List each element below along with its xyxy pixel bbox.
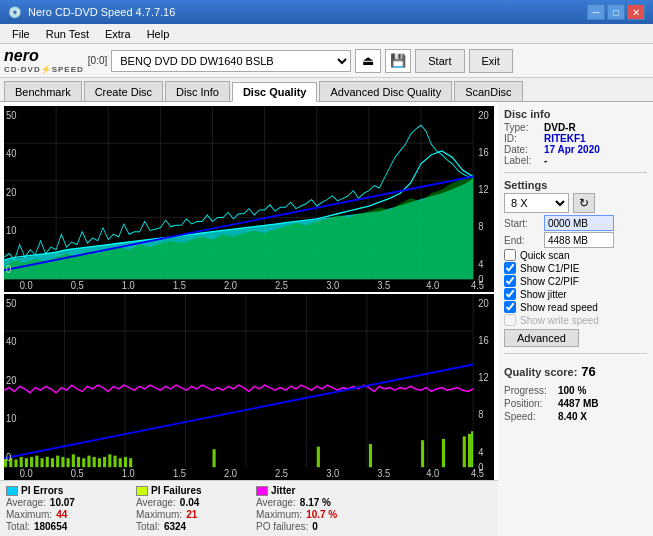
save-button[interactable]: 💾: [385, 49, 411, 73]
progress-value: 100 %: [558, 385, 586, 396]
legend-box-pie: [6, 486, 18, 496]
svg-text:20: 20: [478, 108, 489, 121]
svg-rect-65: [103, 457, 106, 467]
show-read-speed-label: Show read speed: [520, 302, 598, 313]
svg-rect-54: [46, 457, 49, 467]
svg-text:50: 50: [6, 296, 17, 309]
show-c1-pie-label: Show C1/PIE: [520, 263, 579, 274]
svg-text:3.0: 3.0: [326, 278, 339, 291]
quick-scan-checkbox[interactable]: [504, 249, 516, 261]
svg-rect-62: [87, 456, 90, 468]
advanced-button[interactable]: Advanced: [504, 329, 579, 347]
start-button[interactable]: Start: [415, 49, 464, 73]
svg-text:16: 16: [478, 333, 489, 346]
disc-info-section: Disc info Type: DVD-R ID: RITEKF1 Date: …: [504, 108, 647, 166]
close-button[interactable]: ✕: [627, 4, 645, 20]
tab-disc-quality[interactable]: Disc Quality: [232, 82, 318, 102]
svg-rect-52: [35, 456, 38, 468]
menu-help[interactable]: Help: [139, 26, 178, 42]
svg-text:1.5: 1.5: [173, 466, 186, 479]
svg-rect-67: [113, 456, 116, 468]
id-value: RITEKF1: [544, 133, 586, 144]
svg-text:1.0: 1.0: [122, 278, 135, 291]
svg-rect-76: [463, 436, 466, 467]
drive-select[interactable]: BENQ DVD DD DW1640 BSLB: [111, 50, 351, 72]
show-jitter-row: Show jitter: [504, 288, 647, 300]
show-read-speed-row: Show read speed: [504, 301, 647, 313]
settings-section: Settings 8 X ↻ Start: End: Quick scan: [504, 179, 647, 347]
legend-box-jitter: [256, 486, 268, 496]
type-value: DVD-R: [544, 122, 576, 133]
tab-advanced-disc-quality[interactable]: Advanced Disc Quality: [319, 81, 452, 101]
svg-text:40: 40: [6, 146, 17, 159]
window-controls: ─ □ ✕: [587, 4, 645, 20]
title-text: Nero CD-DVD Speed 4.7.7.16: [28, 6, 175, 18]
app-icon: 💿: [8, 6, 22, 19]
svg-rect-48: [14, 459, 17, 467]
start-mb-label: Start:: [504, 218, 540, 229]
svg-rect-56: [56, 456, 59, 468]
speed-select[interactable]: 8 X: [504, 193, 569, 213]
menu-file[interactable]: File: [4, 26, 38, 42]
svg-text:40: 40: [6, 334, 17, 347]
svg-text:2.5: 2.5: [275, 278, 288, 291]
show-c1-pie-checkbox[interactable]: [504, 262, 516, 274]
progress-label: Progress:: [504, 385, 554, 396]
svg-text:50: 50: [6, 108, 17, 121]
label-label: Label:: [504, 155, 540, 166]
stats-bar: PI Errors Average: 10.07 Maximum: 44 Tot…: [0, 480, 498, 536]
svg-rect-58: [67, 458, 70, 467]
svg-rect-59: [72, 454, 75, 467]
tab-benchmark[interactable]: Benchmark: [4, 81, 82, 101]
svg-text:12: 12: [478, 182, 489, 195]
svg-rect-74: [421, 440, 424, 467]
svg-text:12: 12: [478, 370, 489, 383]
menu-extra[interactable]: Extra: [97, 26, 139, 42]
legend-pi-errors: PI Errors: [6, 485, 111, 496]
tab-disc-info[interactable]: Disc Info: [165, 81, 230, 101]
show-read-speed-checkbox[interactable]: [504, 301, 516, 313]
refresh-button[interactable]: ↻: [573, 193, 595, 213]
svg-text:20: 20: [6, 185, 17, 198]
settings-title: Settings: [504, 179, 647, 191]
show-jitter-checkbox[interactable]: [504, 288, 516, 300]
menu-run-test[interactable]: Run Test: [38, 26, 97, 42]
legend-pi-failures: PI Failures: [136, 485, 231, 496]
speed-label: Speed:: [504, 411, 554, 422]
svg-text:0.5: 0.5: [71, 278, 84, 291]
minimize-button[interactable]: ─: [587, 4, 605, 20]
start-mb-row: Start:: [504, 215, 647, 231]
tab-scan-disc[interactable]: ScanDisc: [454, 81, 522, 101]
svg-rect-63: [93, 457, 96, 467]
chart-pif: 50 40 20 10 0 20 16 12 8 4 0 0.0 0.5: [4, 294, 494, 480]
svg-rect-75: [442, 439, 445, 467]
show-c2-pif-row: Show C2/PIF: [504, 275, 647, 287]
title-bar: 💿 Nero CD-DVD Speed 4.7.7.16 ─ □ ✕: [0, 0, 653, 24]
end-mb-input[interactable]: [544, 232, 614, 248]
disc-date-row: Date: 17 Apr 2020: [504, 144, 647, 155]
main-content: 50 40 20 10 0 20 16 12 8 4 0 0.0 0.5: [0, 102, 653, 536]
svg-rect-73: [369, 444, 372, 467]
divider-2: [504, 353, 647, 354]
exit-button[interactable]: Exit: [469, 49, 513, 73]
disc-label-row: Label: -: [504, 155, 647, 166]
progress-section: Progress: 100 % Position: 4487 MB Speed:…: [504, 385, 647, 424]
right-panel: Disc info Type: DVD-R ID: RITEKF1 Date: …: [498, 102, 653, 536]
svg-text:16: 16: [478, 145, 489, 158]
show-write-speed-label: Show write speed: [520, 315, 599, 326]
svg-text:3.5: 3.5: [377, 466, 390, 479]
menu-bar: File Run Test Extra Help: [0, 24, 653, 44]
tab-create-disc[interactable]: Create Disc: [84, 81, 163, 101]
show-c2-pif-checkbox[interactable]: [504, 275, 516, 287]
start-mb-input[interactable]: [544, 215, 614, 231]
svg-rect-36: [4, 294, 494, 480]
chart-pie: 50 40 20 10 0 20 16 12 8 4 0 0.0 0.5: [4, 106, 494, 292]
svg-rect-72: [317, 447, 320, 468]
speed-row: 8 X ↻: [504, 193, 647, 213]
maximize-button[interactable]: □: [607, 4, 625, 20]
disc-info-title: Disc info: [504, 108, 647, 120]
legend-box-pif: [136, 486, 148, 496]
svg-text:10: 10: [6, 411, 17, 424]
eject-button[interactable]: ⏏: [355, 49, 381, 73]
position-value: 4487 MB: [558, 398, 599, 409]
